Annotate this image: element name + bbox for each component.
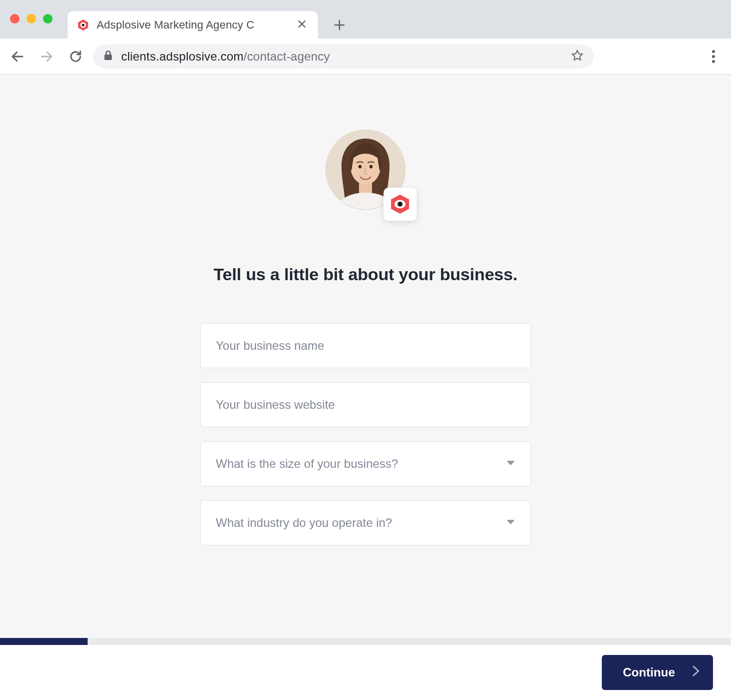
svg-point-15 (398, 202, 403, 207)
url-path: /contact-agency (244, 50, 330, 63)
tab-close-icon[interactable] (297, 18, 307, 32)
industry-label: What industry do you operate in? (216, 516, 392, 530)
window-controls (10, 14, 53, 24)
footer-bar: Continue (0, 645, 731, 700)
svg-point-11 (358, 165, 361, 168)
business-size-label: What is the size of your business? (216, 457, 398, 471)
chevron-right-icon (692, 665, 700, 680)
progress-fill (0, 638, 88, 645)
svg-point-4 (712, 50, 715, 53)
svg-point-5 (712, 55, 715, 58)
business-size-select[interactable]: What is the size of your business? (200, 441, 531, 486)
window-close-button[interactable] (10, 14, 20, 24)
business-website-input[interactable] (216, 398, 515, 412)
chevron-down-icon (506, 518, 515, 527)
new-tab-button[interactable] (328, 14, 351, 37)
business-name-field-wrap (200, 323, 531, 368)
nav-forward-button[interactable] (35, 45, 58, 68)
svg-point-2 (82, 24, 84, 26)
page-heading: Tell us a little bit about your business… (213, 265, 517, 284)
browser-tabstrip: Adsplosive Marketing Agency C (0, 0, 731, 39)
window-minimize-button[interactable] (27, 14, 36, 24)
brand-badge (384, 188, 417, 221)
svg-point-6 (712, 60, 715, 63)
url-text: clients.adsplosive.com/contact-agency (121, 50, 330, 64)
nav-reload-button[interactable] (64, 45, 87, 68)
svg-rect-3 (105, 55, 112, 60)
url-host: clients.adsplosive.com (121, 50, 244, 63)
business-website-field-wrap (200, 382, 531, 427)
business-name-input[interactable] (216, 339, 515, 353)
chevron-down-icon (506, 459, 515, 468)
business-form: What is the size of your business? What … (200, 323, 531, 545)
svg-point-12 (370, 165, 373, 168)
continue-label: Continue (623, 665, 675, 679)
industry-select[interactable]: What industry do you operate in? (200, 500, 531, 545)
browser-menu-button[interactable] (702, 45, 725, 68)
avatar (325, 130, 406, 210)
progress-track (0, 638, 731, 645)
address-bar[interactable]: clients.adsplosive.com/contact-agency (93, 45, 594, 69)
active-tab[interactable]: Adsplosive Marketing Agency C (68, 11, 318, 39)
window-fullscreen-button[interactable] (43, 14, 53, 24)
lock-icon (103, 50, 113, 63)
browser-toolbar: clients.adsplosive.com/contact-agency (0, 39, 731, 75)
page-content: Tell us a little bit about your business… (0, 75, 731, 645)
tab-favicon (77, 19, 90, 32)
continue-button[interactable]: Continue (602, 655, 713, 690)
hexagon-eye-icon (389, 193, 411, 215)
nav-back-button[interactable] (6, 45, 29, 68)
tab-title: Adsplosive Marketing Agency C (97, 19, 254, 32)
bookmark-star-icon[interactable] (571, 49, 584, 64)
